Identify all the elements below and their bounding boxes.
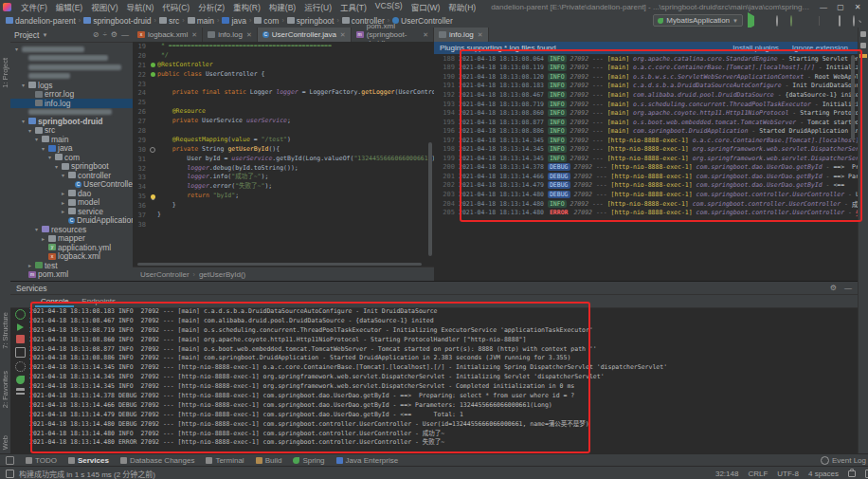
toolwindow-button-todo[interactable]: TODO bbox=[26, 456, 57, 465]
collapse-all-icon[interactable]: ÷ bbox=[102, 30, 106, 39]
tool-windows-switcher-icon[interactable] bbox=[6, 456, 14, 465]
tree-item[interactable]: ▾ bbox=[10, 45, 133, 54]
tree-item-error-log[interactable]: error.log bbox=[10, 90, 133, 100]
tree-toggle-icon[interactable]: ▾ bbox=[13, 46, 20, 52]
stripe-icon[interactable] bbox=[860, 43, 866, 48]
tree-item-springboot-druid[interactable]: ▾springboot-druid bbox=[10, 117, 133, 126]
intention-bulb-icon[interactable] bbox=[151, 194, 155, 199]
editor-tab[interactable]: info.log✕ bbox=[434, 28, 489, 42]
services-tab-console[interactable]: Console bbox=[35, 295, 74, 307]
tool-stripe-project[interactable]: 1: Project bbox=[1, 58, 9, 88]
stop-icon[interactable] bbox=[16, 335, 25, 343]
tool-stripe-favorites[interactable]: 2: Favorites bbox=[1, 371, 9, 408]
menu-item[interactable]: 运行(U) bbox=[300, 1, 335, 12]
tree-toggle-icon[interactable]: ▾ bbox=[20, 82, 27, 88]
tree-toggle-icon[interactable]: ▾ bbox=[40, 145, 46, 152]
tree-item[interactable] bbox=[10, 54, 133, 64]
tree-toggle-icon[interactable]: ▾ bbox=[33, 226, 40, 232]
breadcrumb-item[interactable]: dandelion-parent bbox=[6, 16, 76, 26]
tree-toggle-icon[interactable]: ▸ bbox=[40, 235, 46, 242]
search-everywhere-icon[interactable] bbox=[853, 16, 862, 26]
list-icon[interactable] bbox=[16, 388, 25, 396]
close-button[interactable]: ✕ bbox=[849, 3, 866, 11]
toolwindow-button-services[interactable]: Services bbox=[68, 456, 109, 465]
tree-item-service[interactable]: ▸service bbox=[10, 207, 133, 216]
tree-item-resources[interactable]: ▾resources bbox=[10, 225, 133, 234]
editor-tab[interactable]: CUserController.java✕ bbox=[258, 28, 352, 42]
spring-icon[interactable] bbox=[16, 376, 25, 384]
play-icon[interactable] bbox=[17, 323, 24, 331]
tree-item-java[interactable]: ▾java bbox=[10, 144, 133, 154]
bean-gutter-icon[interactable] bbox=[148, 63, 157, 67]
log-file-viewer[interactable]: 1882021-04-18 18:13:08.064 INFO 27092 --… bbox=[434, 54, 858, 281]
tool-stripe-web[interactable]: Web bbox=[1, 435, 9, 450]
hide-panel-icon[interactable]: — bbox=[121, 30, 129, 39]
run-button[interactable] bbox=[748, 16, 757, 26]
tree-item-mapper[interactable]: ▸mapper bbox=[10, 234, 133, 244]
restore-layout-icon[interactable] bbox=[839, 16, 848, 26]
build-status-message[interactable]: 构建成功完成 in 1 s 145 ms (2 分钟之前) bbox=[19, 469, 155, 479]
tree-toggle-icon[interactable]: ▾ bbox=[20, 118, 27, 124]
tree-item-logs[interactable]: ▾logs bbox=[10, 81, 133, 90]
tree-toggle-icon[interactable]: ▾ bbox=[27, 127, 33, 134]
menu-item[interactable]: 窗口(W) bbox=[407, 1, 444, 12]
tool-stripe-structure[interactable]: 7: Structure bbox=[1, 312, 9, 349]
tree-item-dao[interactable]: ▸dao bbox=[10, 189, 133, 198]
tree-item[interactable] bbox=[10, 72, 133, 82]
tree-item-controller[interactable]: ▾controller bbox=[10, 171, 133, 180]
breadcrumb-item[interactable]: springboot-druid bbox=[83, 16, 151, 26]
ignore-extension-link[interactable]: Ignore extension bbox=[792, 44, 848, 52]
menu-item[interactable]: 分析(Z) bbox=[194, 1, 228, 12]
tree-item-src[interactable]: ▾src bbox=[10, 126, 133, 136]
tree-item-logback-xml[interactable]: xlogback.xml bbox=[10, 252, 133, 262]
bean-gutter-icon[interactable] bbox=[148, 72, 157, 77]
tree-item-com[interactable]: ▾com bbox=[10, 153, 133, 162]
breadcrumb-item[interactable]: com bbox=[254, 16, 279, 26]
breadcrumb-method[interactable]: getUserById() bbox=[199, 270, 245, 279]
close-tab-icon[interactable]: ✕ bbox=[191, 31, 197, 39]
tree-item-test[interactable]: ▸test bbox=[10, 261, 133, 270]
tree-item-druidapplication[interactable]: CDruidApplication bbox=[10, 216, 133, 226]
menu-item[interactable]: 编辑(E) bbox=[52, 1, 86, 12]
code-editor[interactable]: 19 * ===================================… bbox=[133, 42, 434, 263]
stop-button[interactable] bbox=[805, 16, 814, 26]
minimize-button[interactable]: — bbox=[815, 3, 832, 11]
project-panel-title[interactable]: Project bbox=[14, 30, 39, 40]
tree-item-springboot[interactable]: ▾springboot bbox=[10, 162, 133, 172]
spring-bean-icon[interactable] bbox=[151, 63, 155, 67]
menu-item[interactable]: 帮助(H) bbox=[444, 1, 479, 12]
tree-toggle-icon[interactable]: ▾ bbox=[33, 136, 40, 142]
debug-button[interactable] bbox=[762, 16, 771, 26]
breadcrumb-class[interactable]: UserController bbox=[140, 270, 190, 279]
toolwindow-button-spring[interactable]: Spring bbox=[293, 456, 324, 465]
toolwindow-button-build[interactable]: Build bbox=[256, 456, 282, 465]
editor-tab[interactable]: info.log✕ bbox=[203, 28, 258, 42]
tree-toggle-icon[interactable]: ▾ bbox=[53, 163, 60, 170]
bulb-gutter-icon[interactable] bbox=[148, 194, 157, 199]
breadcrumb-item[interactable]: main bbox=[188, 16, 214, 26]
editor-vertical-scrollbar[interactable] bbox=[428, 142, 432, 256]
breadcrumb-item[interactable]: springboot bbox=[287, 16, 335, 26]
close-tab-icon[interactable]: ✕ bbox=[478, 31, 483, 39]
tree-toggle-icon[interactable]: ▾ bbox=[60, 172, 66, 178]
caret-position[interactable]: 32:148 bbox=[715, 470, 738, 478]
event-log-button[interactable]: Event Log bbox=[821, 456, 868, 465]
close-tab-icon[interactable]: ✕ bbox=[246, 31, 252, 39]
coverage-button[interactable] bbox=[776, 16, 786, 26]
lock-icon[interactable] bbox=[848, 470, 856, 477]
breadcrumb-item[interactable]: java bbox=[222, 16, 246, 26]
tree-item-info-log[interactable]: info.log bbox=[10, 99, 133, 108]
services-tab-endpoints[interactable]: Endpoints bbox=[76, 295, 121, 307]
menu-item[interactable]: VCS(S) bbox=[371, 1, 407, 12]
tree-item-pom-xml[interactable]: mpom.xml bbox=[10, 270, 133, 280]
menu-item[interactable]: 导航(N) bbox=[123, 1, 158, 12]
rerun-icon[interactable] bbox=[15, 309, 26, 320]
menu-item[interactable]: 代码(C) bbox=[158, 1, 193, 12]
tree-toggle-icon[interactable]: ▾ bbox=[46, 154, 53, 160]
stripe-icon[interactable] bbox=[860, 31, 866, 37]
maximize-button[interactable]: ▢ bbox=[832, 3, 849, 11]
editor-tab[interactable]: xlogback.xml✕ bbox=[133, 28, 203, 42]
run-marker-icon[interactable] bbox=[150, 147, 155, 153]
close-tab-icon[interactable]: ✕ bbox=[423, 31, 428, 39]
menu-item[interactable]: 构建(B) bbox=[265, 1, 299, 12]
